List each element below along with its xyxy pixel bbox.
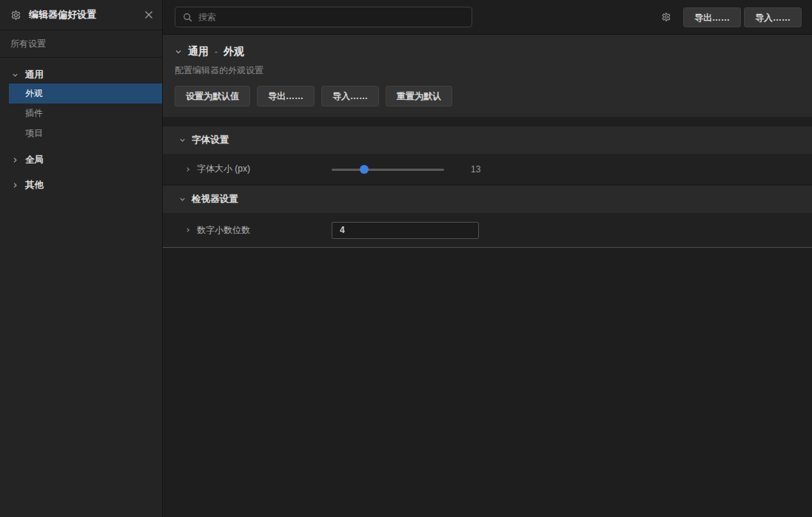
content-area: 通用 - 外观 配置编辑器的外观设置 设置为默认值 导出…… 导入…… 重置为默… [163, 35, 812, 517]
group-label: 通用 [25, 69, 44, 81]
decimal-places-input[interactable] [332, 222, 479, 239]
gear-icon [10, 10, 21, 21]
sidebar-item-plugins[interactable]: 插件 [9, 104, 162, 124]
sidebar-nav: 通用 外观 插件 项目 全局 其 [0, 58, 162, 194]
slider-track[interactable] [332, 169, 444, 171]
section-header-font[interactable]: 字体设置 [163, 126, 812, 154]
topbar-right: 导出…… 导入…… [661, 7, 802, 27]
search-input[interactable] [198, 12, 450, 22]
page-title: 外观 [224, 45, 244, 58]
breadcrumb-separator: - [215, 47, 218, 57]
breadcrumb-group: 通用 [188, 45, 209, 58]
page-description: 配置编辑器的外观设置 [175, 64, 800, 76]
section-header-inspector[interactable]: 检视器设置 [163, 186, 812, 213]
sidebar-group-general[interactable]: 通用 [0, 66, 162, 84]
sidebar-group-global[interactable]: 全局 [0, 151, 162, 169]
slider-thumb[interactable] [360, 165, 369, 174]
sidebar-item-all-settings[interactable]: 所有设置 [0, 30, 162, 58]
close-icon[interactable] [144, 10, 153, 19]
action-buttons: 设置为默认值 导出…… 导入…… 重置为默认 [175, 86, 800, 107]
settings-gear-icon[interactable] [661, 12, 671, 22]
sidebar-item-project[interactable]: 项目 [9, 124, 162, 143]
reset-default-button[interactable]: 重置为默认 [386, 86, 452, 107]
section-title: 字体设置 [192, 134, 229, 146]
set-default-button[interactable]: 设置为默认值 [175, 86, 250, 107]
sidebar-item-appearance[interactable]: 外观 [9, 84, 162, 104]
item-label: 插件 [25, 107, 43, 120]
group-label: 其他 [25, 179, 44, 192]
breadcrumb: 通用 - 外观 [175, 44, 800, 60]
section-title: 检视器设置 [192, 193, 238, 206]
font-size-slider[interactable] [332, 164, 444, 175]
chevron-right-icon[interactable] [185, 166, 191, 172]
item-label: 外观 [25, 87, 43, 100]
chevron-down-icon [179, 196, 186, 203]
import-button-top[interactable]: 导入…… [744, 7, 802, 27]
search-icon [183, 13, 192, 22]
setting-row-font-size: 字体大小 (px) 13 [163, 154, 812, 184]
search-box[interactable] [175, 7, 472, 27]
chevron-down-icon[interactable] [175, 48, 182, 55]
settings-sections: 字体设置 字体大小 (px) 13 [163, 126, 812, 248]
export-button[interactable]: 导出…… [257, 86, 315, 107]
export-button-top[interactable]: 导出…… [683, 7, 741, 27]
chevron-right-icon [9, 182, 21, 189]
item-label: 项目 [25, 127, 43, 140]
setting-label: 字体大小 (px) [197, 163, 332, 175]
window-title: 编辑器偏好设置 [29, 8, 144, 21]
chevron-right-icon[interactable] [185, 227, 191, 233]
main-panel: 导出…… 导入…… 通用 - 外观 配置编辑器的外观设置 设置为默认值 导出…… [163, 0, 812, 517]
sidebar-header: 编辑器偏好设置 [0, 0, 162, 30]
group-label: 全局 [25, 154, 44, 166]
preferences-window: 编辑器偏好设置 所有设置 通用 外观 插件 [0, 0, 812, 517]
chevron-down-icon [9, 72, 21, 78]
sidebar-group-other[interactable]: 其他 [0, 176, 162, 194]
topbar: 导出…… 导入…… [163, 0, 812, 35]
chevron-down-icon [179, 137, 186, 143]
sidebar: 编辑器偏好设置 所有设置 通用 外观 插件 [0, 0, 163, 517]
font-size-value: 13 [471, 164, 480, 175]
setting-row-decimal-places: 数字小数位数 [163, 213, 812, 247]
content-header: 通用 - 外观 配置编辑器的外观设置 设置为默认值 导出…… 导入…… 重置为默… [163, 35, 812, 117]
import-button[interactable]: 导入…… [321, 86, 379, 107]
chevron-right-icon [9, 157, 21, 163]
all-settings-label: 所有设置 [10, 38, 46, 50]
setting-label: 数字小数位数 [197, 224, 332, 237]
